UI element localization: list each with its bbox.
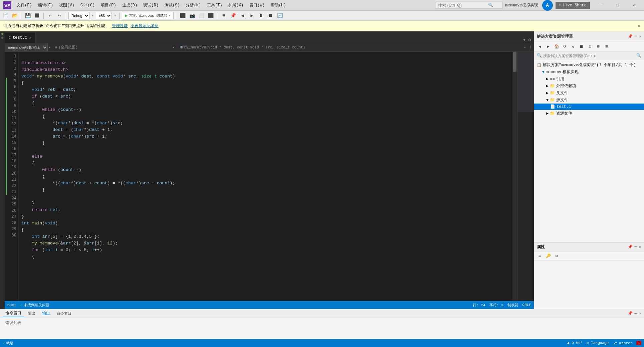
info-message: 可通过自动隐藏或折叠"命令窗口"窗口来提升"启动"性能。 <box>3 23 109 29</box>
toolbar-save[interactable]: ⬛ <box>33 12 41 20</box>
se-expand-btn[interactable]: ⊞ <box>595 43 602 50</box>
toolbar-extra-5[interactable]: ≡ <box>220 12 228 20</box>
window-controls: ─ □ ✕ <box>594 1 641 10</box>
bottom-close-icon[interactable]: ✕ <box>639 311 641 316</box>
toolbar-extra-4[interactable]: ⬛ <box>207 12 215 20</box>
prop-close-icon[interactable]: ✕ <box>639 244 641 249</box>
toolbar-undo[interactable]: ↩ <box>46 12 54 20</box>
scrollbar[interactable] <box>512 52 517 301</box>
tree-test-c[interactable]: 📄 test.c <box>534 104 644 110</box>
se-stop-btn[interactable]: ⏹ <box>578 43 585 50</box>
tab-dropdown-icon[interactable]: ▾ <box>523 37 525 43</box>
menu-debug[interactable]: 调试(D) <box>141 2 161 9</box>
menu-test[interactable]: 测试(S) <box>162 2 183 9</box>
se-pin-icon[interactable]: 📌 <box>628 34 633 39</box>
tree-solution[interactable]: 📋 解决方案"memmove模拟实现"(1 个项目/共 1 个) <box>534 61 644 68</box>
menu-extensions[interactable]: 扩展(X) <box>226 2 246 9</box>
prop-btn-1[interactable]: ⊞ <box>536 252 544 260</box>
menu-git[interactable]: Git(G) <box>78 2 97 8</box>
language-indicator[interactable]: c-language <box>587 341 609 345</box>
scrollbar-thumb[interactable] <box>513 52 516 72</box>
bottom-tab-output[interactable]: 输出 <box>39 310 53 317</box>
toolbar-new[interactable]: 📄 <box>1 12 9 20</box>
code-content[interactable]: #include<stdio.h> #include<assert.h> voi… <box>19 52 512 301</box>
prop-pin-icon[interactable]: 📌 <box>628 244 633 249</box>
output-link[interactable]: 输出 <box>42 311 50 316</box>
toolbar-separator-5 <box>176 12 176 19</box>
toolbar-extra-2[interactable]: 📷 <box>188 12 196 20</box>
func-icon: ⊕ <box>54 45 59 49</box>
toolbar-extra-7[interactable]: ◀ <box>238 12 246 20</box>
scrollbar-track[interactable] <box>512 52 517 301</box>
se-refresh-btn[interactable]: ↺ <box>570 43 577 50</box>
tree-resources[interactable]: ▶ 📁 资源文件 <box>534 110 644 117</box>
scope-dropdown[interactable]: memmove模拟实现 <box>5 43 48 51</box>
zoom-level[interactable]: 63%▾ <box>7 303 16 307</box>
solution-tree: 📋 解决方案"memmove模拟实现"(1 个项目/共 1 个) ▼ memmo… <box>534 60 644 242</box>
se-collapse-icon[interactable]: ─ <box>635 34 637 39</box>
close-button[interactable]: ✕ <box>626 1 641 10</box>
maximize-button[interactable]: □ <box>610 1 625 10</box>
toolbar-redo[interactable]: ↪ <box>55 12 63 20</box>
menu-help[interactable]: 帮助(H) <box>268 2 289 9</box>
notifications-badge[interactable]: 1 <box>636 341 641 345</box>
bottom-pin-icon[interactable]: 📌 <box>628 311 633 316</box>
activity-indicator <box>1 33 3 35</box>
errors-indicator[interactable]: ▲ 0 99* <box>567 341 583 345</box>
status-right: ▲ 0 99* c-language ⎇ master 1 <box>567 341 641 345</box>
error-list-tab[interactable]: 错误列表 <box>3 319 24 326</box>
se-forward-btn[interactable]: ▶ <box>545 43 552 50</box>
se-search-input[interactable] <box>543 54 636 58</box>
se-back-btn[interactable]: ◀ <box>536 43 544 50</box>
toolbar-extra-9[interactable]: ⏸ <box>257 12 265 20</box>
se-sync-btn[interactable]: ⟳ <box>561 43 569 50</box>
menu-edit[interactable]: 编辑(E) <box>35 2 56 9</box>
se-collapse2-btn[interactable]: ⊟ <box>603 43 610 50</box>
live-share-button[interactable]: ⚡ Live Share <box>556 2 590 9</box>
debug-config-select[interactable]: Debug <box>68 12 89 19</box>
tree-sources[interactable]: ▼ 📁 源文件 <box>534 97 644 104</box>
toolbar-save-all[interactable]: 💾 <box>24 12 32 20</box>
branch-indicator[interactable]: ⎇ master <box>613 341 632 345</box>
add-button[interactable]: + <box>526 44 534 50</box>
prop-collapse-icon[interactable]: ─ <box>635 244 637 249</box>
menu-project[interactable]: 项目(P) <box>98 2 119 9</box>
tree-project[interactable]: ▼ memmove模拟实现 <box>534 68 644 75</box>
prop-btn-2[interactable]: 🔑 <box>545 252 552 260</box>
platform-select[interactable]: x86 <box>96 12 112 19</box>
toolbar-extra-11[interactable]: 🔄 <box>276 12 284 20</box>
se-search-clear-icon[interactable]: 🔍 <box>636 53 641 58</box>
run-button[interactable]: ▶ 本地 Windows 调试器 ▾ <box>122 12 174 19</box>
dismiss-link[interactable]: 不再显示此消息 <box>131 23 159 29</box>
toolbar-extra-1[interactable]: ⬛ <box>179 12 187 20</box>
settings-icon[interactable]: ⚙ <box>528 37 531 43</box>
menu-tools[interactable]: 工具(T) <box>204 2 225 9</box>
tree-ext-deps[interactable]: ▶ 📁 外部依赖项 <box>534 82 644 90</box>
toolbar-open[interactable]: 📂 <box>11 12 19 20</box>
title-search-input[interactable] <box>438 3 488 8</box>
toolbar-extra-6[interactable]: 📌 <box>229 12 237 20</box>
prop-btn-3[interactable]: ⚙ <box>553 252 560 260</box>
toolbar-extra-3[interactable]: ⬜ <box>197 12 205 20</box>
menu-build[interactable]: 生成(B) <box>120 2 140 9</box>
manage-perf-link[interactable]: 管理性能 <box>112 23 128 29</box>
toolbar-extra-10[interactable]: ⏹ <box>266 12 274 20</box>
menu-file[interactable]: 文件(F) <box>14 2 35 9</box>
infobar-close-icon[interactable]: ✕ <box>638 23 641 29</box>
minimize-button[interactable]: ─ <box>594 1 609 10</box>
tab-test-c[interactable]: C test.c ✕ <box>5 33 35 43</box>
tree-headers[interactable]: ▶ 📁 头文件 <box>534 90 644 97</box>
se-settings-btn[interactable]: ⚙ <box>586 43 594 50</box>
user-avatar[interactable]: A <box>542 0 553 11</box>
menu-analyze[interactable]: 分析(N) <box>183 2 204 9</box>
menu-window[interactable]: 窗口(W) <box>247 2 267 9</box>
tab-close-icon[interactable]: ✕ <box>29 36 31 40</box>
menu-view[interactable]: 视图(V) <box>56 2 77 9</box>
toolbar-extra-8[interactable]: ▶ <box>248 12 256 20</box>
bottom-tab-command[interactable]: 命令窗口 <box>3 310 24 317</box>
headers-icon: 📁 <box>550 91 555 96</box>
bottom-collapse-icon[interactable]: ─ <box>635 311 637 316</box>
se-close-icon[interactable]: ✕ <box>639 34 641 39</box>
se-home-btn[interactable]: 🏠 <box>553 43 560 50</box>
tree-references[interactable]: ▶ ■■ 引用 <box>534 75 644 82</box>
